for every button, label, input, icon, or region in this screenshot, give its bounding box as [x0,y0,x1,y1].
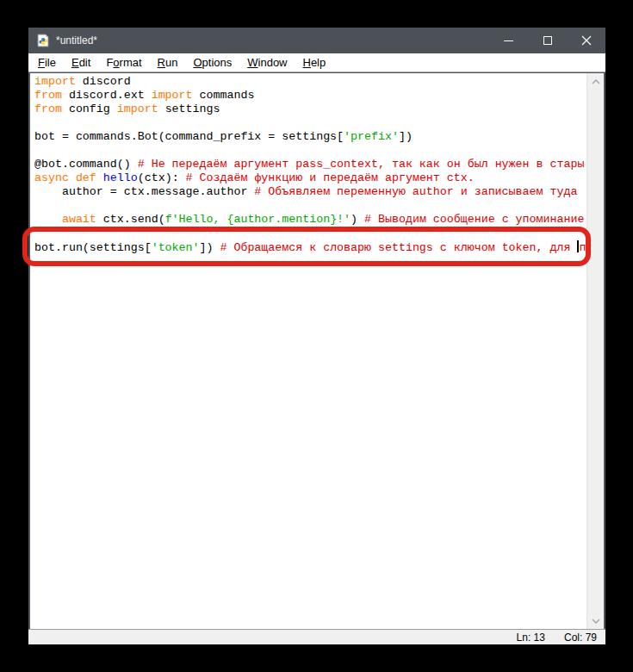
code-line: bot = commands.Bot(command_prefix = sett… [34,130,586,144]
code-line: author = ctx.message.author # Объявляем … [34,185,586,199]
idle-window: *untitled* FileEditFormatRunOptionsWindo… [28,28,605,644]
code-line [34,199,586,213]
menu-bar: FileEditFormatRunOptionsWindowHelp [28,53,605,72]
menu-help[interactable]: Help [295,53,334,72]
menu-file[interactable]: File [30,53,64,72]
minimize-button[interactable] [489,28,528,53]
close-icon [581,35,592,46]
menu-edit[interactable]: Edit [64,53,98,72]
code-line: await ctx.send(f'Hello, {author.mention}… [34,213,586,227]
menu-window[interactable]: Window [239,53,295,72]
vertical-scrollbar[interactable] [586,73,604,629]
status-column-indicator: Col: 79 [564,632,597,644]
code-line [34,227,586,240]
python-file-icon [36,34,50,47]
close-button[interactable] [567,28,605,53]
window-title: *untitled* [56,34,97,47]
maximize-icon [543,36,552,45]
code-line: bot.run(settings['token']) # Обращаемся … [34,240,586,254]
scroll-down-button[interactable] [587,613,604,628]
code-line: from discord.ext import commands [34,89,586,103]
status-bar: Ln: 13 Col: 79 [28,629,605,644]
chevron-up-icon [592,79,600,84]
maximize-button[interactable] [528,28,567,53]
code-line: from config import settings [34,103,586,116]
minimize-icon [504,40,513,41]
scroll-up-button[interactable] [587,74,604,89]
menu-run[interactable]: Run [150,53,186,72]
code-line: async def hello(ctx): # Создаём функцию … [34,171,586,185]
code-line [34,116,586,130]
code-line [34,144,586,158]
code-line: import discord [34,75,586,89]
screenshot-background: { "window": { "title": "*untitled*" }, "… [0,0,633,672]
menu-options[interactable]: Options [185,53,239,72]
code-line: @bot.command() # Не передаём аргумент pa… [34,158,586,171]
chevron-down-icon [592,619,600,624]
title-bar[interactable]: *untitled* [28,28,605,53]
code-area[interactable]: import discordfrom discord.ext import co… [30,73,586,629]
status-line-indicator: Ln: 13 [517,632,545,644]
menu-format[interactable]: Format [98,53,149,72]
editor-region: import discordfrom discord.ext import co… [28,73,605,629]
